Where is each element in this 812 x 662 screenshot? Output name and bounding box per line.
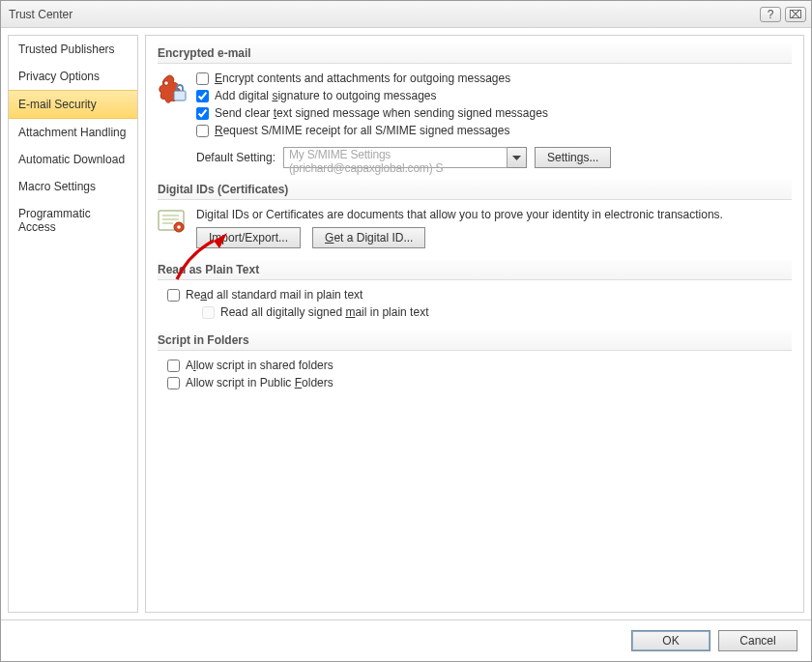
window-title: Trust Center bbox=[9, 8, 756, 21]
digital-ids-description: Digital IDs or Certificates are document… bbox=[196, 208, 792, 221]
checkbox-label: Read all standard mail in plain text bbox=[186, 288, 362, 302]
checkbox-label: Allow script in shared folders bbox=[186, 359, 334, 372]
checkbox-read-all-plain[interactable]: Read all standard mail in plain text bbox=[167, 288, 792, 302]
checkbox-label: Add digital signature to outgoing messag… bbox=[215, 89, 436, 102]
checkbox-input bbox=[202, 306, 215, 319]
section-heading: Digital IDs (Certificates) bbox=[158, 180, 792, 200]
default-setting-value: My S/MIME Settings (prichard@capaxglobal… bbox=[283, 147, 508, 168]
svg-point-7 bbox=[177, 225, 181, 229]
get-digital-id-button[interactable]: Get a Digital ID... bbox=[312, 227, 425, 248]
checkbox-read-signed-plain: Read all digitally signed mail in plain … bbox=[202, 305, 792, 319]
checkbox-input[interactable] bbox=[196, 90, 209, 102]
dialog-footer: OK Cancel bbox=[1, 619, 811, 661]
checkbox-label: Request S/MIME receipt for all S/MIME si… bbox=[215, 124, 509, 137]
sidebar-item-email-security[interactable]: E-mail Security bbox=[9, 90, 137, 119]
checkbox-request-receipt[interactable]: Request S/MIME receipt for all S/MIME si… bbox=[196, 124, 611, 137]
checkbox-input[interactable] bbox=[196, 125, 209, 137]
cancel-button[interactable]: Cancel bbox=[718, 630, 798, 651]
sidebar-item-programmatic-access[interactable]: Programmatic Access bbox=[9, 200, 137, 241]
import-export-button[interactable]: Import/Export... bbox=[196, 227, 301, 248]
settings-button[interactable]: Settings... bbox=[535, 147, 611, 168]
help-button[interactable]: ? bbox=[760, 7, 781, 22]
checkbox-input[interactable] bbox=[167, 360, 180, 372]
checkbox-input[interactable] bbox=[196, 107, 209, 120]
checkbox-script-shared[interactable]: Allow script in shared folders bbox=[167, 359, 792, 372]
certificate-icon bbox=[158, 208, 187, 235]
section-script-folders: Script in Folders Allow script in shared… bbox=[158, 331, 792, 389]
section-encrypted-email: Encrypted e-mail Encrypt conte bbox=[158, 43, 792, 168]
titlebar: Trust Center ? ⌧ bbox=[1, 1, 811, 28]
close-button[interactable]: ⌧ bbox=[785, 7, 806, 22]
sidebar-item-attachment-handling[interactable]: Attachment Handling bbox=[9, 119, 137, 146]
chevron-down-icon bbox=[512, 156, 521, 160]
checkbox-label: Send clear text signed message when send… bbox=[215, 106, 548, 120]
checkbox-input[interactable] bbox=[167, 377, 180, 389]
sidebar-item-privacy-options[interactable]: Privacy Options bbox=[9, 63, 137, 90]
section-heading: Script in Folders bbox=[158, 331, 792, 351]
sidebar: Trusted Publishers Privacy Options E-mai… bbox=[8, 35, 138, 613]
checkbox-input[interactable] bbox=[167, 289, 180, 302]
trust-center-dialog: Trust Center ? ⌧ Trusted Publishers Priv… bbox=[0, 0, 812, 662]
sidebar-item-trusted-publishers[interactable]: Trusted Publishers bbox=[9, 36, 137, 63]
svg-point-0 bbox=[164, 81, 169, 86]
section-heading: Read as Plain Text bbox=[158, 260, 792, 280]
sidebar-item-macro-settings[interactable]: Macro Settings bbox=[9, 173, 137, 200]
ok-button[interactable]: OK bbox=[631, 630, 710, 651]
checkbox-encrypt-contents[interactable]: Encrypt contents and attachments for out… bbox=[196, 72, 611, 85]
default-setting-select[interactable]: My S/MIME Settings (prichard@capaxglobal… bbox=[283, 147, 527, 168]
checkbox-label: Encrypt contents and attachments for out… bbox=[215, 72, 510, 85]
content-pane: Encrypted e-mail Encrypt conte bbox=[145, 35, 804, 613]
checkbox-input[interactable] bbox=[196, 72, 209, 85]
checkbox-label: Read all digitally signed mail in plain … bbox=[220, 305, 428, 319]
default-setting-label: Default Setting: bbox=[196, 151, 276, 164]
svg-rect-1 bbox=[174, 91, 186, 101]
checkbox-send-cleartext[interactable]: Send clear text signed message when send… bbox=[196, 106, 611, 120]
section-digital-ids: Digital IDs (Certificates) Dig bbox=[158, 180, 792, 248]
dropdown-button[interactable] bbox=[508, 147, 527, 168]
checkbox-add-signature[interactable]: Add digital signature to outgoing messag… bbox=[196, 89, 611, 102]
ribbon-lock-icon bbox=[158, 72, 187, 106]
checkbox-label: Allow script in Public Folders bbox=[186, 376, 334, 389]
checkbox-script-public[interactable]: Allow script in Public Folders bbox=[167, 376, 792, 389]
section-read-plaintext: Read as Plain Text Read all standard mai… bbox=[158, 260, 792, 319]
sidebar-item-automatic-download[interactable]: Automatic Download bbox=[9, 146, 137, 173]
section-heading: Encrypted e-mail bbox=[158, 43, 792, 64]
